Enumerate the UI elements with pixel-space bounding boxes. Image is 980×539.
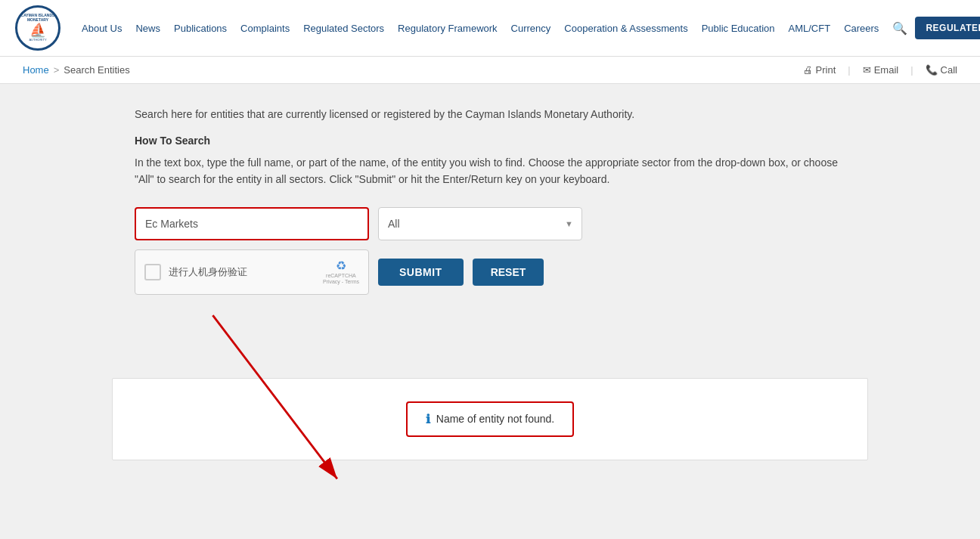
captcha-row: 进行人机身份验证 ♻ reCAPTCHA Privacy - Terms SUB… xyxy=(135,249,845,295)
nav-item-regulatory-framework[interactable]: Regulatory Framework xyxy=(392,23,504,34)
breadcrumb-home[interactable]: Home xyxy=(23,64,49,76)
how-to-search-title: How To Search xyxy=(135,135,845,147)
breadcrumb-current: Search Entities xyxy=(64,64,129,76)
search-row: All Banking Insurance Securities Fiducia… xyxy=(135,207,845,240)
nav-item-careers[interactable]: Careers xyxy=(838,23,885,34)
nav-item-aml-cft[interactable]: AML/CFT xyxy=(783,23,837,34)
recaptcha-privacy: Privacy - Terms xyxy=(323,279,359,285)
red-arrow-annotation xyxy=(135,295,845,491)
annotation-area xyxy=(135,295,845,491)
captcha-box[interactable]: 进行人机身份验证 ♻ reCAPTCHA Privacy - Terms xyxy=(135,249,369,295)
captcha-label: 进行人机身份验证 xyxy=(169,265,315,279)
page-actions: 🖨 Print | ✉ Email | 📞 Call xyxy=(803,64,957,76)
nav-item-regulated-sectors[interactable]: Regulated Sectors xyxy=(297,23,390,34)
recaptcha-brand: reCAPTCHA xyxy=(326,273,356,279)
print-link[interactable]: 🖨 Print xyxy=(803,64,836,76)
intro-text: Search here for entities that are curren… xyxy=(135,107,845,122)
search-input[interactable] xyxy=(135,207,369,240)
email-icon: ✉ xyxy=(863,64,871,76)
svg-line-1 xyxy=(212,315,337,479)
submit-button[interactable]: SUBMIT xyxy=(378,259,464,286)
nav-item-about-us[interactable]: About Us xyxy=(76,23,128,34)
nav-item-news[interactable]: News xyxy=(129,23,166,34)
print-icon: 🖨 xyxy=(803,64,813,76)
recaptcha-logo: ♻ reCAPTCHA Privacy - Terms xyxy=(323,259,359,286)
breadcrumb-bar: Home > Search Entities 🖨 Print | ✉ Email… xyxy=(0,57,980,84)
reset-button[interactable]: RESET xyxy=(473,259,544,286)
nav-item-publications[interactable]: Publications xyxy=(168,23,233,34)
breadcrumb: Home > Search Entities xyxy=(23,64,130,76)
breadcrumb-separator: > xyxy=(54,64,60,76)
nav-item-public-education[interactable]: Public Education xyxy=(696,23,781,34)
nav-item-cooperation-assessments[interactable]: Cooperation & Assessments xyxy=(558,23,693,34)
nav-item-currency[interactable]: Currency xyxy=(505,23,557,34)
phone-icon: 📞 xyxy=(926,64,938,76)
search-input-wrapper xyxy=(135,207,369,240)
sector-select-wrapper: All Banking Insurance Securities Fiducia… xyxy=(378,207,582,240)
site-header: CAYMAN ISLANDSMONETARY ⛵ AUTHORITY About… xyxy=(0,0,980,57)
recaptcha-icon: ♻ xyxy=(336,259,346,273)
search-form: All Banking Insurance Securities Fiducia… xyxy=(135,207,845,295)
regulated-entities-button[interactable]: REGULATED ENTITIES xyxy=(915,17,980,39)
sector-select[interactable]: All Banking Insurance Securities Fiducia… xyxy=(378,207,582,240)
search-icon[interactable]: 🔍 xyxy=(886,21,913,36)
email-link[interactable]: ✉ Email xyxy=(863,64,899,76)
call-link[interactable]: 📞 Call xyxy=(926,64,957,76)
how-to-desc: In the text box, type the full name, or … xyxy=(135,154,845,188)
logo[interactable]: CAYMAN ISLANDSMONETARY ⛵ AUTHORITY xyxy=(15,5,60,51)
main-content: Search here for entities that are curren… xyxy=(112,107,868,491)
captcha-checkbox[interactable] xyxy=(144,264,161,280)
nav-item-complaints[interactable]: Complaints xyxy=(234,23,296,34)
main-nav: About Us News Publications Complaints Re… xyxy=(76,17,980,39)
